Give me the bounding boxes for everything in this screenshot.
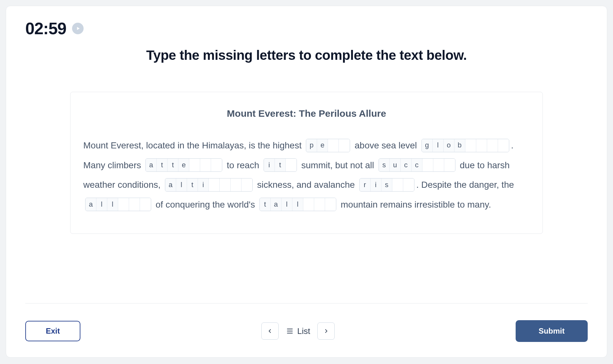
passage-text: summit, but not all (299, 160, 377, 170)
blank-cell-input[interactable] (303, 198, 314, 211)
blank-cell-filled: i (198, 178, 209, 191)
blank-cell-input[interactable] (433, 159, 444, 171)
blank-cell-filled: t (260, 198, 271, 211)
instruction-text: Type the missing letters to complete the… (25, 48, 588, 63)
blank-cell-filled: b (454, 139, 465, 152)
blank-cell-filled: l (292, 198, 303, 211)
timer-display: 02:59 (25, 19, 66, 38)
blank-cell-filled: p (306, 139, 317, 152)
submit-button[interactable]: Submit (516, 320, 588, 342)
passage-body: Mount Everest, located in the Himalayas,… (83, 136, 530, 214)
blank-cell-filled: e (317, 139, 328, 152)
next-button[interactable] (317, 322, 335, 340)
blank-word[interactable]: ris (359, 178, 414, 192)
blank-cell-input[interactable] (476, 139, 487, 152)
blank-cell-input[interactable] (465, 139, 476, 152)
blank-cell-filled: c (401, 159, 412, 171)
footer-bar: Exit List Submit (25, 320, 588, 342)
footer-separator (25, 303, 588, 304)
blank-cell-input[interactable] (231, 178, 241, 191)
passage-text: mountain remains irresistible to many. (338, 200, 491, 210)
blank-cell-input[interactable] (200, 159, 211, 171)
blank-cell-input[interactable] (487, 139, 498, 152)
blank-word[interactable]: it (264, 158, 297, 172)
passage-text: . Despite the danger, the (416, 180, 514, 190)
timer-row: 02:59 (25, 19, 588, 38)
blank-cell-filled: l (282, 198, 292, 211)
blank-cell-filled: t (168, 159, 178, 171)
blank-cell-filled: s (381, 178, 392, 191)
blank-cell-filled: e (178, 159, 189, 171)
blank-cell-filled: a (146, 159, 157, 171)
blank-cell-input[interactable] (328, 139, 339, 152)
blank-cell-input[interactable] (220, 178, 231, 191)
blank-cell-input[interactable] (403, 178, 414, 191)
blank-cell-input[interactable] (314, 198, 325, 211)
blank-cell-filled: l (176, 178, 187, 191)
blank-cell-filled: o (444, 139, 454, 152)
blank-cell-input[interactable] (286, 159, 297, 171)
blank-cell-filled: a (165, 178, 176, 191)
blank-cell-filled: g (422, 139, 433, 152)
blank-cell-filled: t (157, 159, 168, 171)
blank-cell-input[interactable] (339, 139, 350, 152)
blank-word[interactable]: alti (165, 178, 253, 192)
play-icon (76, 26, 80, 31)
exit-button[interactable]: Exit (25, 321, 80, 341)
passage-title: Mount Everest: The Perilous Allure (83, 108, 530, 119)
passage-text: Mount Everest, located in the Himalayas,… (83, 140, 304, 150)
exercise-card: 02:59 Type the missing letters to comple… (6, 6, 607, 358)
blank-cell-filled: i (371, 178, 381, 191)
blank-cell-filled: t (275, 159, 286, 171)
blank-cell-input[interactable] (392, 178, 403, 191)
blank-cell-input[interactable] (118, 198, 129, 211)
blank-cell-filled: s (379, 159, 390, 171)
blank-cell-input[interactable] (129, 198, 140, 211)
passage-text: sickness, and avalanche (255, 180, 357, 190)
list-button[interactable]: List (286, 326, 310, 336)
blank-word[interactable]: glob (421, 139, 509, 152)
blank-cell-filled: l (96, 198, 107, 211)
blank-word[interactable]: tall (259, 198, 336, 211)
blank-cell-filled: r (360, 178, 371, 191)
blank-cell-input[interactable] (422, 159, 433, 171)
list-label: List (297, 326, 310, 336)
chevron-right-icon (323, 328, 329, 334)
passage-text: above sea level (352, 140, 419, 150)
blank-cell-input[interactable] (241, 178, 252, 191)
blank-cell-input[interactable] (211, 159, 222, 171)
blank-cell-filled: l (433, 139, 444, 152)
passage-text: to reach (224, 160, 262, 170)
blank-cell-input[interactable] (140, 198, 151, 211)
blank-word[interactable]: atte (145, 158, 222, 172)
passage-panel: Mount Everest: The Perilous Allure Mount… (70, 92, 543, 234)
blank-cell-filled: t (187, 178, 198, 191)
blank-cell-filled: a (86, 198, 96, 211)
chevron-left-icon (267, 328, 273, 334)
prev-button[interactable] (261, 322, 279, 340)
nav-center: List (261, 322, 334, 340)
blank-word[interactable]: pe (306, 139, 350, 152)
blank-cell-filled: u (390, 159, 401, 171)
blank-cell-filled: c (412, 159, 422, 171)
blank-word[interactable]: all (85, 198, 151, 211)
blank-cell-filled: a (271, 198, 282, 211)
blank-word[interactable]: succ (379, 158, 455, 172)
blank-cell-input[interactable] (209, 178, 220, 191)
passage-text: of conquering the world's (153, 200, 257, 210)
blank-cell-input[interactable] (325, 198, 336, 211)
blank-cell-input[interactable] (189, 159, 200, 171)
blank-cell-input[interactable] (444, 159, 455, 171)
blank-cell-input[interactable] (498, 139, 509, 152)
play-button[interactable] (72, 23, 84, 34)
list-icon (286, 327, 294, 335)
blank-cell-filled: i (264, 159, 275, 171)
blank-cell-filled: l (107, 198, 118, 211)
